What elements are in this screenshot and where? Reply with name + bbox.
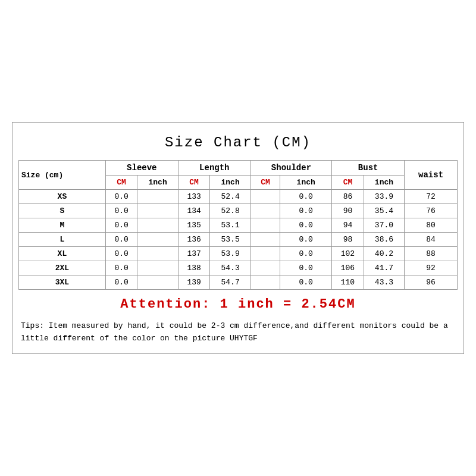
- table-cell: 0.0: [280, 190, 332, 204]
- table-cell: 53.9: [210, 247, 250, 261]
- table-row: M0.013553.10.09437.080: [19, 218, 458, 233]
- table-cell: M: [19, 218, 106, 233]
- table-cell: 133: [178, 190, 210, 204]
- table-cell: 136: [178, 233, 210, 247]
- table-cell: 137: [178, 247, 210, 261]
- table-cell: 0.0: [280, 261, 332, 275]
- table-cell: 0.0: [105, 204, 137, 218]
- table-cell: [137, 204, 178, 218]
- table-cell: 98: [332, 233, 364, 247]
- table-cell: 0.0: [280, 218, 332, 233]
- table-row: L0.013653.50.09838.684: [19, 233, 458, 247]
- table-cell: [137, 261, 178, 275]
- shoulder-inch-header: inch: [280, 176, 332, 190]
- sleeve-header: Sleeve: [105, 161, 178, 176]
- table-cell: 102: [332, 247, 364, 261]
- table-cell: [250, 218, 280, 233]
- table-cell: 0.0: [105, 233, 137, 247]
- table-cell: 106: [332, 261, 364, 275]
- table-cell: 38.6: [364, 233, 404, 247]
- waist-header: waist: [405, 161, 458, 190]
- table-cell: 0.0: [105, 247, 137, 261]
- table-cell: 40.2: [364, 247, 404, 261]
- table-cell: [250, 275, 280, 290]
- length-header: Length: [178, 161, 250, 176]
- table-cell: 94: [332, 218, 364, 233]
- sleeve-inch-header: inch: [137, 176, 178, 190]
- table-cell: [137, 218, 178, 233]
- sleeve-cm-header: CM: [105, 176, 137, 190]
- table-row: XL0.013753.90.010240.288: [19, 247, 458, 261]
- table-cell: 43.3: [364, 275, 404, 290]
- table-cell: 52.8: [210, 204, 250, 218]
- table-cell: 35.4: [364, 204, 404, 218]
- table-row: XS0.013352.40.08633.972: [19, 190, 458, 204]
- length-inch-header: inch: [210, 176, 250, 190]
- table-cell: 138: [178, 261, 210, 275]
- size-col-header: Size (cm): [19, 161, 106, 190]
- table-cell: 54.3: [210, 261, 250, 275]
- table-cell: 86: [332, 190, 364, 204]
- tips-text: Tips: Item measured by hand, it could be…: [18, 317, 458, 347]
- table-cell: 53.1: [210, 218, 250, 233]
- table-cell: [250, 204, 280, 218]
- table-cell: 2XL: [19, 261, 106, 275]
- size-chart-container: Size Chart (CM) Size (cm) Sleeve Length …: [12, 122, 464, 354]
- table-cell: 52.4: [210, 190, 250, 204]
- table-cell: 72: [405, 190, 458, 204]
- table-row: 3XL0.013954.70.011043.396: [19, 275, 458, 290]
- table-cell: 139: [178, 275, 210, 290]
- table-cell: 88: [405, 247, 458, 261]
- table-cell: 0.0: [105, 261, 137, 275]
- table-cell: 3XL: [19, 275, 106, 290]
- table-cell: 41.7: [364, 261, 404, 275]
- table-cell: XS: [19, 190, 106, 204]
- bust-cm-header: CM: [332, 176, 364, 190]
- table-cell: 0.0: [105, 218, 137, 233]
- table-cell: 0.0: [280, 247, 332, 261]
- bust-inch-header: inch: [364, 176, 404, 190]
- table-cell: 134: [178, 204, 210, 218]
- shoulder-header: Shoulder: [250, 161, 331, 176]
- table-row: S0.013452.80.09035.476: [19, 204, 458, 218]
- table-cell: 135: [178, 218, 210, 233]
- table-cell: [137, 233, 178, 247]
- table-cell: 0.0: [280, 204, 332, 218]
- table-cell: [250, 247, 280, 261]
- table-cell: 0.0: [280, 233, 332, 247]
- table-cell: XL: [19, 247, 106, 261]
- table-cell: 0.0: [280, 275, 332, 290]
- table-cell: [250, 233, 280, 247]
- table-row: 2XL0.013854.30.010641.792: [19, 261, 458, 275]
- table-cell: [250, 261, 280, 275]
- table-cell: 110: [332, 275, 364, 290]
- length-cm-header: CM: [178, 176, 210, 190]
- chart-title: Size Chart (CM): [18, 129, 458, 160]
- table-cell: 37.0: [364, 218, 404, 233]
- table-cell: 53.5: [210, 233, 250, 247]
- table-cell: [250, 190, 280, 204]
- table-cell: [137, 190, 178, 204]
- attention-text: Attention: 1 inch = 2.54CM: [18, 290, 458, 317]
- shoulder-cm-header: CM: [250, 176, 280, 190]
- table-cell: 90: [332, 204, 364, 218]
- table-cell: [137, 247, 178, 261]
- table-cell: 33.9: [364, 190, 404, 204]
- table-cell: 54.7: [210, 275, 250, 290]
- table-cell: S: [19, 204, 106, 218]
- table-cell: L: [19, 233, 106, 247]
- table-cell: [137, 275, 178, 290]
- table-cell: 0.0: [105, 275, 137, 290]
- bust-header: Bust: [332, 161, 405, 176]
- table-cell: 0.0: [105, 190, 137, 204]
- table-cell: 92: [405, 261, 458, 275]
- size-table: Size (cm) Sleeve Length Shoulder Bust wa…: [18, 160, 458, 290]
- table-cell: 84: [405, 233, 458, 247]
- table-cell: 96: [405, 275, 458, 290]
- table-cell: 80: [405, 218, 458, 233]
- table-cell: 76: [405, 204, 458, 218]
